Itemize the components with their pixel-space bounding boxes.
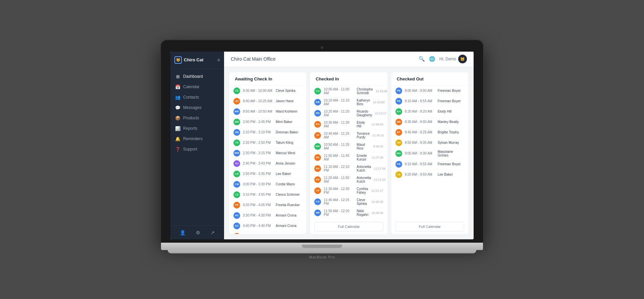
appt-time: 11:10 AM - 12:10 PM xyxy=(324,165,354,172)
avatar: AK xyxy=(314,176,321,183)
appt-name: Armani Crona xyxy=(276,214,302,217)
avatar: EH xyxy=(314,121,321,128)
appt-time: 11:40 AM - 12:25 PM xyxy=(324,198,354,205)
appt-time: 2:10 PM - 3:10 PM xyxy=(243,130,273,134)
reports-icon: 📊 xyxy=(175,126,180,131)
appt-name: Freeman Boyer xyxy=(438,162,464,166)
list-item: CS3:10 PM - 3:55 PMCleora Schinner xyxy=(229,190,306,200)
list-item: EK11:00 AM - 11:45 AMEmelie Kunze11:27:3… xyxy=(310,152,387,163)
sidebar-item-dashboard[interactable]: ⊞ Dashboard xyxy=(170,71,224,82)
list-item: FB9:10 AM - 9:55 AMFreeman Boyer xyxy=(391,159,468,170)
appt-name: Christophe Schmidt xyxy=(357,87,373,95)
list-item: KB10:10 AM - 11:10 AMKatheryn Bins12:19:… xyxy=(310,97,387,108)
appt-code: 12:10:17 xyxy=(375,112,386,115)
appt-time: 10:30 AM - 11:30 AM xyxy=(324,121,354,128)
list-item: MB8:30 AM - 9:00 AMManley Beatty xyxy=(391,117,468,127)
checked-out-header: Checked Out xyxy=(391,72,468,86)
sidebar-item-reminders[interactable]: 🔔 Reminders xyxy=(170,134,224,144)
appt-time: 2:20 PM - 2:50 PM xyxy=(243,141,273,144)
avatar: CS xyxy=(233,87,240,94)
appt-name: Antonetta Kutch xyxy=(357,176,371,183)
appt-time: 10:10 AM - 11:10 AM xyxy=(324,99,354,106)
sidebar-item-reports[interactable]: 📊 Reports xyxy=(170,123,224,134)
appt-name: Tatum Kling xyxy=(276,141,302,144)
sidebar-label-reminders: Reminders xyxy=(183,136,203,141)
avatar: CS xyxy=(314,88,321,95)
laptop-notch xyxy=(302,245,342,248)
appt-code: 10:45:35 xyxy=(372,200,383,203)
appt-time: 9:30 AM - 10:00 AM xyxy=(243,89,273,93)
appt-name: Elody Hill xyxy=(438,110,464,113)
appt-name: Anna Jensen xyxy=(276,162,302,165)
user-avatar: 🐱 xyxy=(458,55,467,63)
appt-time: 2:00 PM - 2:45 PM xyxy=(243,120,273,124)
appt-name: Cordie Mann xyxy=(276,182,302,186)
globe-icon[interactable]: 🌐 xyxy=(429,56,435,62)
appt-time: 11:50 AM - 12:20 PM xyxy=(324,209,354,217)
appt-code: 11:01:17 xyxy=(372,189,383,192)
sidebar-item-calendar[interactable]: 📅 Calendar xyxy=(170,82,224,92)
sidebar-item-contacts[interactable]: 👥 Contacts xyxy=(170,92,224,103)
appt-name: Freeda Ruecker xyxy=(276,203,302,207)
topbar: Chiro Cat Main Office 🔍 🌐 Hi, Demo 🐱 xyxy=(224,52,474,67)
sidebar-item-products[interactable]: 📦 Products xyxy=(170,113,224,123)
laptop-base xyxy=(161,243,483,250)
sidebar-nav: ⊞ Dashboard 📅 Calendar 👥 Contacts 💬 Mess… xyxy=(170,69,224,226)
appt-time: 10:20 AM - 11:20 AM xyxy=(324,110,354,117)
sidebar-label-dashboard: Dashboard xyxy=(183,74,203,79)
settings-icon[interactable]: ⚙ xyxy=(196,230,200,235)
profile-icon[interactable]: 👤 xyxy=(180,230,185,235)
appt-time: 3:20 PM - 4:05 PM xyxy=(243,203,273,207)
avatar: CF xyxy=(314,187,321,194)
search-icon[interactable]: 🔍 xyxy=(419,56,425,62)
appt-time: 9:40 AM - 10:25 AM xyxy=(243,99,273,103)
contacts-icon: 👥 xyxy=(175,95,180,100)
avatar: FR xyxy=(233,202,240,208)
appt-time: 9:50 AM - 10:50 AM xyxy=(243,110,273,113)
screen-content: 🐱 Chiro Cat ≡ ⊞ Dashboard 📅 Calendar xyxy=(170,52,474,239)
sidebar-label-reports: Reports xyxy=(183,126,197,131)
column-checked-in: Checked In CS10:00 AM - 11:00 AMChristop… xyxy=(310,72,387,234)
awaiting-body: CS9:30 AM - 10:00 AMCleve Spinka JH9:40 … xyxy=(229,86,306,234)
appt-code: 10:28:35 xyxy=(372,211,383,215)
appt-name: Jason Hane xyxy=(276,99,302,103)
appt-time: 10:50 AM - 11:35 AM xyxy=(324,143,354,150)
appt-time: 9:20 AM - 9:50 AM xyxy=(405,173,435,176)
list-item: FB8:00 AM - 9:00 AMFreeman Boyer xyxy=(391,86,468,96)
avatar: AJ xyxy=(233,160,240,167)
sidebar-item-messages[interactable]: 💬 Messages xyxy=(170,103,224,113)
list-item: LB2:50 PM - 3:35 PMLee Baker xyxy=(229,169,306,179)
avatar: MG xyxy=(395,150,402,157)
topbar-actions: 🔍 🌐 Hi, Demo 🐱 xyxy=(419,55,467,63)
list-item: EH8:20 AM - 9:20 AMElody Hill xyxy=(391,107,468,117)
appt-time: 11:30 AM - 12:30 PM xyxy=(324,187,354,194)
topbar-title: Chiro Cat Main Office xyxy=(231,56,276,62)
export-icon[interactable]: ↗ xyxy=(211,230,215,235)
sidebar-label-products: Products xyxy=(183,116,199,120)
avatar: RD xyxy=(314,110,321,117)
appt-time: 11:00 AM - 11:45 AM xyxy=(324,154,354,161)
list-item: FR3:20 PM - 4:05 PMFreeda Ruecker xyxy=(229,200,306,211)
menu-icon[interactable]: ≡ xyxy=(217,57,220,63)
appt-time: 2:50 PM - 3:35 PM xyxy=(243,172,273,176)
appt-name: Marcus West xyxy=(276,151,302,155)
avatar: MB xyxy=(395,119,402,125)
avatar: AM xyxy=(233,233,240,234)
appt-code: 11:27:30 xyxy=(372,156,383,159)
appt-time: 8:20 AM - 9:20 AM xyxy=(405,110,435,113)
appt-time: 3:30 PM - 4:30 PM xyxy=(243,214,273,217)
full-calendar-btn-checked-out[interactable]: Full Calendar xyxy=(395,222,464,231)
appt-time: 8:30 AM - 9:00 AM xyxy=(405,120,435,124)
dashboard: Awaiting Check In CS9:30 AM - 10:00 AMCl… xyxy=(224,67,474,239)
checked-out-footer: Full Calendar xyxy=(391,219,468,234)
full-calendar-btn-checked-in[interactable]: Full Calendar xyxy=(314,222,383,231)
avatar: FB xyxy=(395,161,402,168)
avatar: MB xyxy=(233,119,240,125)
list-item: WK9:50 AM - 10:50 AMWard Kishlerin xyxy=(229,107,306,117)
list-item: LB9:20 AM - 9:50 AMLee Baker xyxy=(391,170,468,180)
sidebar-item-support[interactable]: ❓ Support xyxy=(170,144,224,155)
list-item: MR10:50 AM - 11:35 AMMaud Rice8:36:42 xyxy=(310,141,387,152)
checked-in-body: CS10:00 AM - 11:00 AMChristophe Schmidt1… xyxy=(310,86,387,219)
user-greeting: Hi, Demo xyxy=(439,57,456,61)
avatar: EH xyxy=(395,108,402,115)
